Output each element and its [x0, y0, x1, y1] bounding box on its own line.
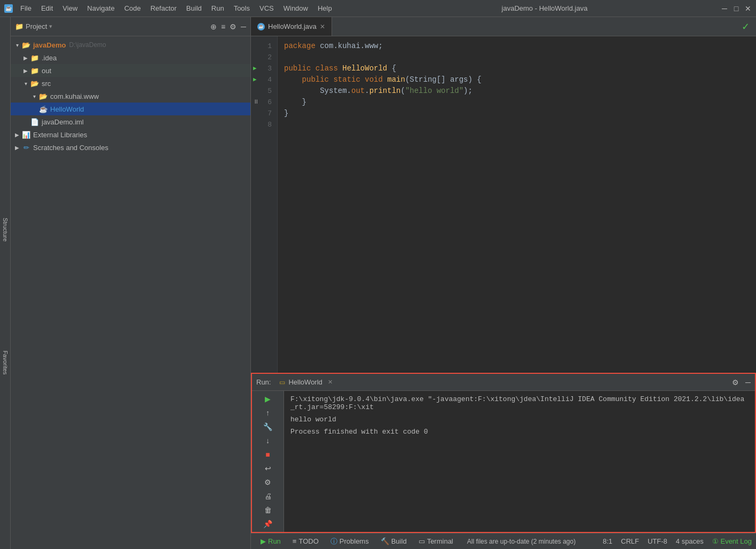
todo-label: TODO: [298, 537, 318, 545]
line-num-8: 8: [251, 119, 277, 130]
menu-tools[interactable]: Tools: [230, 2, 254, 14]
collapse-icon[interactable]: ≡: [221, 22, 225, 31]
iml-spacer: ▶: [21, 119, 30, 125]
run-minimize-icon[interactable]: ─: [745, 378, 751, 387]
menu-vcs[interactable]: VCS: [255, 2, 278, 14]
tab-terminal[interactable]: ▭ Terminal: [413, 535, 459, 548]
ext-libraries[interactable]: ▶ 📊 External Libraries: [11, 128, 250, 141]
tab-close-icon[interactable]: ✕: [320, 23, 325, 30]
pkg-label: com.kuhai.www: [50, 92, 99, 100]
idea-folder[interactable]: ▶ 📁 .idea: [11, 51, 250, 64]
run-settings-icon[interactable]: ⚙: [732, 378, 739, 387]
out-label: out: [42, 67, 51, 75]
run-scroll-down-icon[interactable]: ↓: [262, 435, 274, 446]
run-pin-icon[interactable]: 📌: [262, 518, 274, 530]
status-tabs: ▶ Run ≡ TODO ⓘ Problems 🔨 Build ▭ Ter: [255, 535, 459, 548]
menu-build[interactable]: Build: [182, 2, 206, 14]
menu-run[interactable]: Run: [207, 2, 229, 14]
run-output-text: hello world: [290, 415, 749, 423]
scratch-icon: ✏: [21, 143, 31, 152]
run-label: Run:: [256, 378, 271, 386]
menu-file[interactable]: File: [16, 2, 36, 14]
editor-tabs: ☕ HelloWorld.java ✕ ✓: [251, 17, 756, 36]
menu-view[interactable]: View: [58, 2, 82, 14]
close-button[interactable]: ✕: [744, 5, 752, 12]
project-header: 📁 Project ▾ ⊕ ≡ ⚙ ─: [11, 17, 250, 36]
project-tree: ▾ 📂 javaDemo D:\javaDemo ▶ 📁 .idea ▶ 📁 o…: [11, 36, 250, 549]
code-line-6: }: [284, 97, 750, 108]
tab-todo[interactable]: ≡ TODO: [287, 535, 324, 548]
indent[interactable]: 4 spaces: [676, 537, 704, 545]
folder-icon: 📁: [15, 22, 23, 30]
line-ending[interactable]: CRLF: [621, 537, 639, 545]
src-folder-icon: 📂: [30, 79, 40, 88]
ext-libraries-label: External Libraries: [33, 131, 87, 139]
java-file-icon: ☕: [38, 104, 48, 114]
event-log[interactable]: ① Event Log: [712, 537, 752, 545]
encoding[interactable]: UTF-8: [648, 537, 667, 545]
dropdown-icon[interactable]: ▾: [49, 23, 52, 30]
line-num-5: 5: [251, 85, 277, 97]
iml-label: javaDemo.iml: [42, 118, 84, 126]
code-content[interactable]: package com.kuhai.www; public class Hell…: [278, 36, 756, 373]
maximize-button[interactable]: □: [733, 5, 740, 12]
status-message: All files are up-to-date (2 minutes ago): [467, 538, 576, 545]
iml-file[interactable]: ▶ 📄 javaDemo.iml: [11, 115, 250, 128]
problems-icon: ⓘ: [330, 537, 337, 546]
todo-icon: ≡: [293, 537, 297, 545]
menu-edit[interactable]: Edit: [37, 2, 57, 14]
left-sidebar: Structure Favorites: [0, 17, 11, 549]
tab-problems[interactable]: ⓘ Problems: [325, 535, 374, 548]
run-panel-controls: ⚙ ─: [732, 378, 751, 387]
run-trash-icon[interactable]: 🗑: [262, 504, 274, 516]
helloworld-label: HelloWorld: [50, 105, 84, 113]
run-wrap-icon[interactable]: ↩: [262, 462, 274, 474]
run-gear-icon[interactable]: ⚙: [262, 476, 274, 488]
menu-code[interactable]: Code: [120, 2, 145, 14]
terminal-label: Terminal: [427, 537, 453, 545]
scratches-folder[interactable]: ▶ ✏ Scratches and Consoles: [11, 141, 250, 154]
run-tab[interactable]: ▭ HelloWorld ✕: [275, 374, 336, 390]
menu-refactor[interactable]: Refactor: [146, 2, 181, 14]
run-stop-button[interactable]: ■: [262, 449, 274, 460]
code-editor[interactable]: 1 2 ▶ 3 ▶ 4 5 ⏸ 6 7 8: [251, 36, 756, 373]
menu-navigate[interactable]: Navigate: [83, 2, 119, 14]
editor-area: ☕ HelloWorld.java ✕ ✓ 1 2 ▶ 3: [251, 17, 756, 373]
run-line-3-icon[interactable]: ▶: [253, 63, 257, 74]
out-folder[interactable]: ▶ 📁 out: [11, 64, 250, 77]
tab-build[interactable]: 🔨 Build: [375, 535, 412, 548]
tab-run[interactable]: ▶ Run: [255, 535, 286, 548]
bookmark-6-icon: ⏸: [253, 97, 259, 108]
code-line-1: package com.kuhai.www;: [284, 41, 750, 52]
arrow-right-icon: ▶: [21, 55, 30, 61]
favorites-tab[interactable]: Favorites: [2, 351, 9, 375]
tree-root[interactable]: ▾ 📂 javaDemo D:\javaDemo: [11, 38, 250, 51]
window-controls: ─ □ ✕: [721, 5, 752, 12]
run-tab-label: HelloWorld: [288, 378, 322, 386]
status-right: 8:1 CRLF UTF-8 4 spaces ① Event Log: [603, 537, 752, 545]
locate-icon[interactable]: ⊕: [210, 22, 217, 31]
cursor-position[interactable]: 8:1: [603, 537, 612, 545]
helloworld-file[interactable]: ☕ HelloWorld: [11, 103, 250, 115]
run-wrench-icon[interactable]: 🔧: [262, 421, 274, 433]
menu-window[interactable]: Window: [279, 2, 312, 14]
tab-java-icon: ☕: [257, 23, 265, 30]
helloworld-tab[interactable]: ☕ HelloWorld.java ✕: [251, 17, 332, 36]
ext-arrow-icon: ▶: [13, 132, 21, 138]
hide-panel-icon[interactable]: ─: [241, 22, 246, 31]
idea-label: .idea: [42, 54, 57, 62]
src-folder[interactable]: ▾ 📂 src: [11, 77, 250, 90]
settings-cog-icon[interactable]: ⚙: [230, 22, 237, 31]
line-num-1: 1: [251, 41, 277, 52]
run-scroll-up-icon[interactable]: ↑: [262, 407, 274, 419]
run-tab-close-icon[interactable]: ✕: [328, 379, 333, 386]
arrow-down-icon: ▾: [13, 42, 21, 48]
code-line-4: public static void main(String[] args) {: [284, 74, 750, 85]
minimize-button[interactable]: ─: [721, 5, 728, 12]
pkg-folder[interactable]: ▾ 📂 com.kuhai.www: [11, 90, 250, 103]
structure-tab[interactable]: Structure: [2, 218, 9, 242]
run-print-icon[interactable]: 🖨: [262, 490, 274, 502]
run-line-4-icon[interactable]: ▶: [253, 74, 257, 85]
menu-help[interactable]: Help: [313, 2, 336, 14]
run-play-button[interactable]: ▶: [262, 393, 274, 405]
